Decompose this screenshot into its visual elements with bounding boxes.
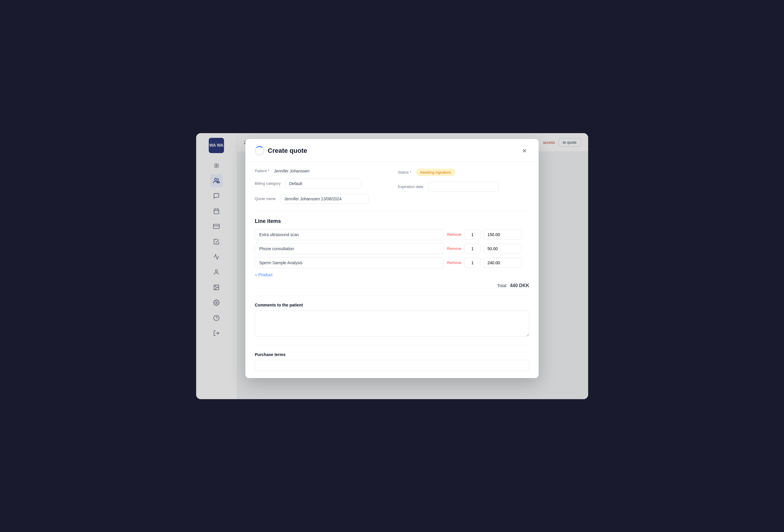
- total-row: Total 440 DKK: [255, 283, 529, 288]
- line-item-1-quantity[interactable]: [464, 230, 480, 240]
- line-item-row: Remove: [255, 243, 529, 254]
- patient-field: Patient * Jennifer Johanssen: [255, 169, 386, 173]
- line-item-row: Remove: [255, 229, 529, 240]
- line-item-2-price[interactable]: [483, 244, 522, 254]
- modal-close-button[interactable]: [520, 146, 529, 156]
- line-item-2-name[interactable]: [255, 243, 444, 254]
- quote-name-label: Quote name: [255, 196, 276, 201]
- patient-value: Jennifer Johanssen: [274, 169, 309, 173]
- line-item-1-actions: Remove: [447, 230, 529, 240]
- expiration-field: Expiration date: [398, 182, 529, 192]
- billing-label: Billing category: [255, 181, 281, 186]
- line-item-1-price[interactable]: [483, 230, 522, 240]
- expiration-label: Expiration date: [398, 185, 423, 189]
- purchase-terms-section: Purchase terms: [255, 352, 529, 371]
- modal-overlay: Create quote Patient * Jennifer: [196, 133, 588, 399]
- billing-field: Billing category: [255, 178, 386, 189]
- modal-title: Create quote: [268, 147, 307, 155]
- create-quote-modal: Create quote Patient * Jennifer: [245, 139, 539, 378]
- comments-label: Comments to the patient: [255, 303, 529, 307]
- patient-label: Patient *: [255, 169, 269, 173]
- line-item-row: Remove: [255, 257, 529, 268]
- status-field: Status * Awaiting signature: [398, 169, 529, 176]
- loading-spinner: [255, 146, 264, 156]
- comments-textarea[interactable]: [255, 310, 529, 337]
- status-badge[interactable]: Awaiting signature: [416, 169, 455, 176]
- line-item-2-actions: Remove: [447, 244, 529, 254]
- remove-item-1-button[interactable]: Remove: [447, 232, 461, 237]
- status-label: Status *: [398, 170, 411, 174]
- line-items-title: Line items: [255, 218, 529, 224]
- purchase-terms-label: Purchase terms: [255, 352, 529, 357]
- line-item-1-name[interactable]: [255, 229, 444, 240]
- remove-item-2-button[interactable]: Remove: [447, 246, 461, 251]
- line-items-section: Line items Remove Re: [255, 218, 529, 288]
- line-item-3-price[interactable]: [483, 258, 522, 268]
- add-product-button[interactable]: + Product: [255, 271, 272, 278]
- line-item-3-name[interactable]: [255, 257, 444, 268]
- line-item-2-quantity[interactable]: [464, 244, 480, 254]
- right-form-panel: Status * Awaiting signature Expiration d…: [398, 169, 529, 204]
- expiration-input[interactable]: [428, 182, 498, 192]
- modal-header: Create quote: [245, 139, 539, 162]
- modal-body: Patient * Jennifer Johanssen Billing cat…: [245, 162, 539, 378]
- line-item-3-quantity[interactable]: [464, 258, 480, 268]
- quote-name-field: Quote name: [255, 194, 386, 204]
- line-item-3-actions: Remove: [447, 258, 529, 268]
- total-label: Total: [497, 283, 507, 288]
- purchase-terms-input[interactable]: [255, 360, 529, 371]
- total-amount: 440 DKK: [510, 283, 529, 288]
- form-grid: Patient * Jennifer Johanssen Billing cat…: [255, 169, 529, 204]
- billing-input[interactable]: [285, 178, 362, 189]
- remove-item-3-button[interactable]: Remove: [447, 260, 461, 265]
- quote-name-input[interactable]: [281, 194, 368, 204]
- comments-section: Comments to the patient: [255, 303, 529, 338]
